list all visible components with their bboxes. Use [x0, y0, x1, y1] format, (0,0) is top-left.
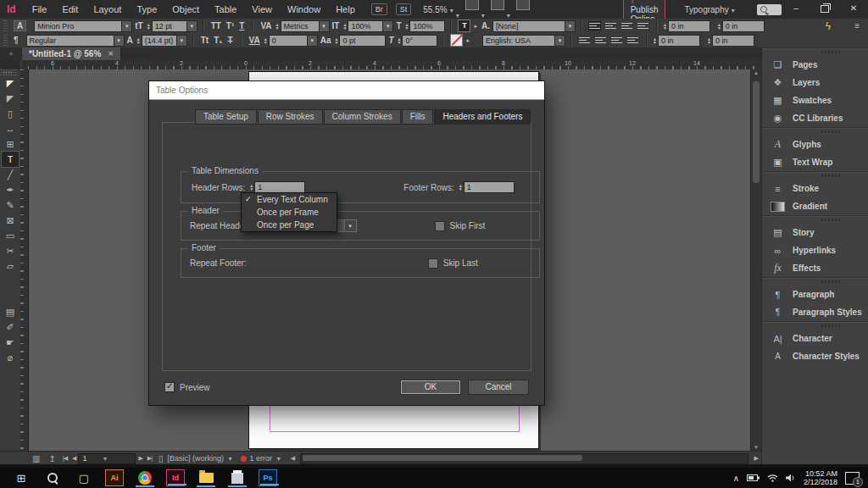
direct-selection-tool[interactable]: ◤	[2, 91, 19, 106]
speaker-icon[interactable]	[786, 474, 796, 482]
menu-item-window[interactable]: Window	[280, 4, 328, 14]
ok-button[interactable]: OK	[400, 380, 461, 395]
tab-column-strokes[interactable]: Column Strokes	[324, 109, 401, 125]
dialog-title-bar[interactable]: Table Options	[149, 81, 544, 100]
flyout-arrow-icon[interactable]: ▸	[466, 37, 470, 44]
subscript-button[interactable]: T₁	[214, 36, 222, 45]
baseline-shift-value[interactable]: 0 pt	[339, 35, 386, 47]
panel-item-gradient[interactable]: Gradient	[762, 197, 868, 215]
screen-mode-menu-button[interactable]: ▾	[479, 0, 504, 19]
cancel-button[interactable]: Cancel	[468, 380, 529, 395]
skew-value[interactable]: 0°	[402, 35, 437, 47]
strikethrough-button[interactable]: T	[227, 36, 232, 45]
panel-item-character-styles[interactable]: A Character Styles	[762, 347, 868, 365]
option-every-text-column[interactable]: ✓ Every Text Column	[242, 193, 337, 206]
panel-menu-icon[interactable]: ≡	[854, 21, 860, 30]
tab-row-strokes[interactable]: Row Strokes	[258, 109, 323, 125]
language-select[interactable]: English: USA	[482, 35, 565, 47]
bridge-button[interactable]: Br	[371, 3, 387, 15]
tracking-select[interactable]: 0	[269, 35, 318, 47]
option-once-per-page[interactable]: Once per Page	[242, 219, 337, 231]
panel-item-text-wrap[interactable]: ▣ Text Wrap	[762, 153, 868, 171]
hand-tool[interactable]: ☛	[2, 335, 19, 350]
screen-mode-button[interactable]	[2, 396, 19, 411]
taskbar-search-button[interactable]	[42, 469, 63, 487]
align-left-button[interactable]	[589, 22, 600, 30]
tab-headers-and-footers[interactable]: Headers and Footers	[434, 109, 531, 125]
previous-page-button[interactable]: ◀	[72, 455, 75, 462]
panel-item-paragraph-styles[interactable]: ¶ Paragraph Styles	[762, 303, 868, 321]
taskbar-clock[interactable]: 10:52 AM 2/12/2018	[804, 469, 837, 486]
gradient-feather-tool[interactable]	[2, 289, 19, 304]
tab-table-setup[interactable]: Table Setup	[195, 109, 257, 125]
kerning-stepper[interactable]: ▲▼	[275, 23, 280, 30]
preflight-error-menu[interactable]: 1 error ▾	[250, 454, 281, 463]
scissors-tool[interactable]: ✂	[2, 243, 19, 258]
restore-button[interactable]	[810, 0, 839, 19]
free-transform-tool[interactable]: ▱	[2, 258, 19, 274]
next-page-button[interactable]: ▶	[138, 455, 142, 462]
baseline-shift-stepper[interactable]: ▲▼	[334, 37, 338, 44]
tab-overflow-icon[interactable]: »	[0, 47, 22, 60]
menu-item-view[interactable]: View	[244, 4, 280, 14]
export-icon[interactable]: ↥	[48, 454, 55, 463]
ruler-origin-corner[interactable]	[0, 60, 21, 69]
page-tool[interactable]: ▯	[2, 106, 19, 121]
panel-item-character[interactable]: A| Character	[762, 330, 868, 347]
vertical-scroll-thumb[interactable]	[753, 81, 760, 183]
selection-tool[interactable]: ◤	[2, 75, 19, 91]
wifi-icon[interactable]	[767, 474, 778, 482]
horizontal-scrollbar[interactable]	[300, 453, 748, 464]
font-style-select[interactable]: Regular	[26, 35, 125, 47]
justify-left-button[interactable]	[579, 36, 590, 44]
panel-item-stroke[interactable]: ≡ Stroke	[762, 180, 868, 197]
all-caps-button[interactable]: TT	[211, 21, 221, 30]
minimize-button[interactable]: –	[782, 0, 810, 19]
stock-button[interactable]: St	[396, 3, 412, 15]
taskbar-chrome[interactable]	[135, 469, 155, 487]
first-page-button[interactable]: |◀	[63, 455, 67, 462]
menu-item-layout[interactable]: Layout	[86, 4, 129, 14]
search-input[interactable]	[757, 4, 782, 15]
task-view-button[interactable]: ▢	[74, 469, 94, 487]
taskbar-file-explorer[interactable]	[196, 469, 216, 487]
skip-last-checkbox[interactable]	[428, 258, 438, 269]
panel-item-effects[interactable]: fx Effects	[762, 259, 868, 277]
character-style-select[interactable]: [None]	[492, 20, 576, 32]
gap-tool[interactable]: ↔	[2, 121, 19, 136]
tracking-stepper[interactable]: ▲▼	[264, 37, 268, 44]
taskbar-photoshop[interactable]: Ps	[259, 469, 277, 486]
last-line-indent-stepper[interactable]: ▲▼	[707, 37, 711, 44]
type-tool[interactable]: T	[2, 152, 19, 167]
note-tool[interactable]: ▤	[2, 304, 19, 319]
vertical-scrollbar[interactable]: ▲ ▼	[750, 69, 761, 451]
justify-center-button[interactable]	[595, 36, 606, 44]
first-line-indent-stepper[interactable]: ▲▼	[653, 37, 657, 44]
frame-tool[interactable]: ⊠	[2, 213, 19, 228]
taskbar-printer-app[interactable]	[227, 469, 248, 487]
horizontal-scale-stepper[interactable]: ▲▼	[404, 23, 409, 30]
horizontal-scale-value[interactable]: 100%	[409, 20, 445, 32]
text-stroke-color-swatch[interactable]	[450, 34, 463, 47]
last-line-indent-value[interactable]: 0 in	[712, 35, 754, 47]
leading-stepper[interactable]: ▲▼	[136, 37, 141, 44]
scroll-up-icon[interactable]: ▲	[751, 70, 761, 75]
flyout-arrow-icon[interactable]: ▸	[474, 23, 477, 30]
panel-item-hyperlinks[interactable]: ∞ Hyperlinks	[762, 241, 868, 259]
pen-tool[interactable]: ✒	[2, 182, 19, 197]
menu-item-file[interactable]: File	[25, 4, 55, 14]
action-center-icon[interactable]: 1	[845, 472, 860, 485]
fill-stroke-swatch[interactable]	[2, 365, 19, 380]
panel-item-paragraph[interactable]: ¶ Paragraph	[762, 286, 868, 303]
close-button[interactable]: ✕	[839, 0, 868, 19]
gradient-swatch-tool[interactable]	[2, 274, 19, 289]
pencil-tool[interactable]: ✎	[2, 197, 19, 213]
justify-all-button[interactable]	[627, 36, 638, 44]
skew-stepper[interactable]: ▲▼	[398, 37, 402, 44]
line-tool[interactable]: ╱	[2, 167, 19, 182]
vertical-ruler[interactable]	[20, 69, 29, 451]
content-collector-tool[interactable]: ⊞	[2, 136, 19, 152]
small-caps-button[interactable]: Tt	[201, 36, 209, 45]
underline-button[interactable]: T	[239, 21, 244, 30]
fill-color-swatch[interactable]	[2, 380, 19, 396]
